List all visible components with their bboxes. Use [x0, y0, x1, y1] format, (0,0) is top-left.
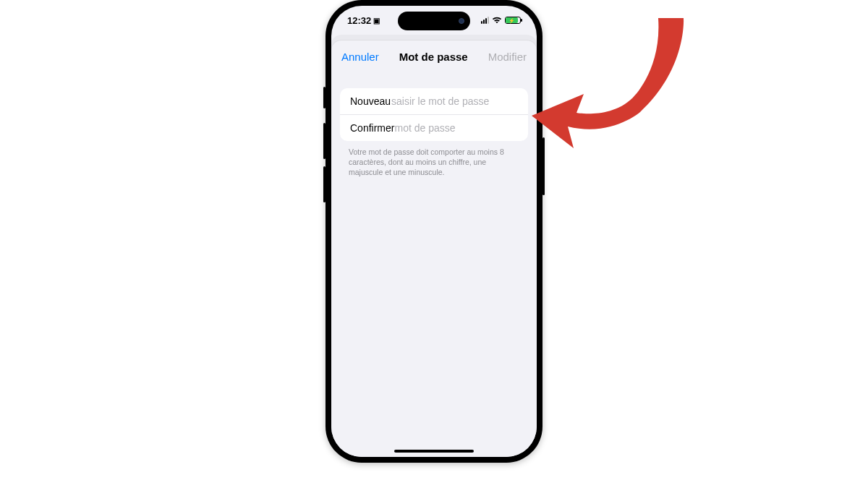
modify-button[interactable]: Modifier [488, 51, 527, 63]
confirm-password-row: Confirmer [340, 114, 528, 141]
battery-icon: ⚡ [505, 17, 521, 24]
page-title: Mot de passe [399, 51, 468, 63]
camera-dot-icon [459, 18, 464, 24]
new-password-label: Nouveau [350, 95, 391, 107]
status-time: 12:32 [347, 15, 371, 26]
phone-volume-down-button [323, 166, 326, 202]
confirm-password-input[interactable] [394, 122, 521, 134]
home-indicator[interactable] [394, 450, 474, 453]
dynamic-island [398, 12, 470, 30]
phone-power-button [542, 137, 545, 195]
new-password-row: Nouveau [340, 88, 528, 114]
annotation-arrow-icon [532, 4, 691, 163]
new-password-input[interactable] [391, 95, 518, 107]
cancel-button[interactable]: Annuler [341, 51, 379, 63]
charging-bolt-icon: ⚡ [509, 18, 515, 23]
screen: 12:32 ▣ ⚡ Annuler Mot de passe Modifi [331, 6, 537, 457]
phone-side-button [323, 87, 326, 108]
confirm-password-label: Confirmer [350, 122, 394, 134]
shortcuts-icon: ▣ [373, 17, 380, 25]
cellular-signal-icon [481, 17, 489, 24]
phone-volume-up-button [323, 123, 326, 159]
wifi-icon [492, 17, 502, 24]
nav-bar: Annuler Mot de passe Modifier [331, 40, 537, 72]
password-form-group: Nouveau Confirmer [340, 88, 528, 141]
phone-frame: 12:32 ▣ ⚡ Annuler Mot de passe Modifi [326, 0, 542, 463]
password-sheet: Annuler Mot de passe Modifier Nouveau Co… [331, 40, 537, 457]
password-hint-text: Votre mot de passe doit comporter au moi… [349, 147, 519, 178]
